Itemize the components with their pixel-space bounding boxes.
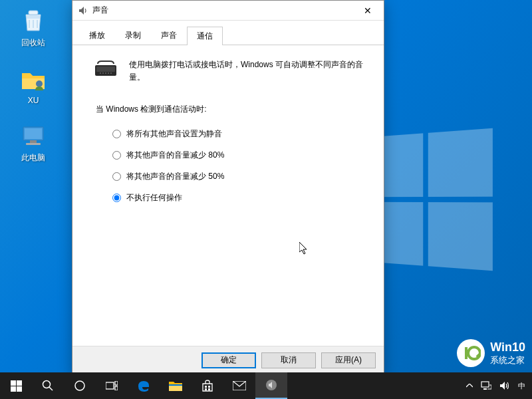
svg-rect-25: [169, 384, 182, 386]
svg-point-11: [108, 72, 109, 74]
tab-sounds[interactable]: 声音: [151, 26, 187, 45]
radio-reduce-80[interactable]: 将其他声音的音量减少 80%: [112, 150, 364, 161]
radio-input[interactable]: [112, 194, 121, 202]
svg-rect-26: [205, 386, 207, 388]
radio-reduce-50[interactable]: 将其他声音的音量减少 50%: [112, 171, 364, 182]
radio-input[interactable]: [112, 172, 121, 181]
svg-rect-33: [483, 388, 487, 390]
svg-rect-5: [26, 143, 41, 145]
tab-content: 使用电脑拨打电话或接电话时，Windows 可自动调整不同声音的音量。 当 Wi…: [72, 45, 384, 217]
file-explorer-button[interactable]: [160, 372, 192, 399]
taskbar: 中: [0, 372, 532, 399]
system-tray: 中: [462, 372, 532, 399]
svg-rect-4: [30, 140, 37, 143]
svg-point-12: [110, 72, 112, 74]
dialog-tabs: 播放 录制 声音 通信: [72, 21, 384, 45]
radio-mute-all[interactable]: 将所有其他声音设置为静音: [112, 128, 364, 140]
radio-input[interactable]: [112, 130, 121, 138]
desktop-icons-area: 回收站 XU 此电脑: [10, 7, 57, 164]
mail-button[interactable]: [223, 372, 255, 399]
recycle-bin-icon[interactable]: 回收站: [10, 7, 57, 49]
radio-group: 将所有其他声音设置为静音 将其他声音的音量减少 80% 将其他声音的音量减少 5…: [112, 128, 364, 203]
tray-volume-icon[interactable]: [495, 372, 514, 399]
tab-communications[interactable]: 通信: [187, 27, 223, 45]
svg-rect-32: [481, 382, 489, 387]
svg-point-9: [102, 72, 104, 74]
svg-point-8: [100, 72, 101, 74]
tab-playback[interactable]: 播放: [79, 26, 115, 45]
cortana-button[interactable]: [64, 372, 96, 399]
this-pc-icon[interactable]: 此电脑: [10, 122, 57, 164]
sound-settings-button[interactable]: [255, 372, 287, 399]
svg-rect-27: [208, 386, 210, 388]
svg-rect-7: [96, 66, 115, 72]
tab-recording[interactable]: 录制: [115, 26, 151, 45]
watermark: Win10 系统之家: [457, 339, 525, 367]
svg-point-18: [43, 381, 51, 388]
svg-point-1: [36, 80, 43, 87]
cancel-button[interactable]: 取消: [261, 352, 316, 368]
svg-rect-0: [29, 11, 38, 15]
store-button[interactable]: [192, 372, 223, 399]
svg-rect-16: [11, 386, 16, 392]
task-view-button[interactable]: [96, 372, 128, 399]
radio-input[interactable]: [112, 151, 121, 160]
icon-label: 此电脑: [21, 152, 45, 164]
ok-button[interactable]: 确定: [201, 352, 256, 368]
icon-label: 回收站: [21, 37, 45, 49]
svg-rect-21: [106, 382, 114, 389]
sound-app-icon: [78, 5, 88, 16]
search-button[interactable]: [32, 372, 64, 399]
apply-button[interactable]: 应用(A): [321, 352, 376, 368]
tray-network-icon[interactable]: [477, 372, 495, 399]
svg-rect-14: [11, 380, 16, 386]
dialog-title: 声音: [92, 5, 352, 16]
windows-logo-background: [367, 128, 493, 271]
section-label: 当 Windows 检测到通信活动时:: [96, 104, 364, 115]
svg-point-10: [105, 72, 106, 74]
tray-ime-icon[interactable]: 中: [514, 372, 529, 399]
svg-line-19: [49, 387, 53, 390]
svg-rect-22: [115, 381, 118, 385]
edge-button[interactable]: [128, 372, 160, 399]
close-button[interactable]: ✕: [352, 1, 382, 21]
radio-do-nothing[interactable]: 不执行任何操作: [112, 192, 364, 203]
watermark-line2: 系统之家: [490, 354, 525, 366]
watermark-line1: Win10: [490, 340, 525, 354]
svg-point-20: [75, 381, 84, 390]
svg-rect-28: [205, 388, 207, 390]
sound-dialog: 声音 ✕ 播放 录制 声音 通信 使用电脑拨打电话或接电话时，Windows 可…: [72, 0, 384, 374]
dialog-titlebar[interactable]: 声音 ✕: [72, 1, 384, 21]
user-folder-icon[interactable]: XU: [10, 65, 57, 105]
start-button[interactable]: [0, 372, 32, 399]
info-text: 使用电脑拨打电话或接电话时，Windows 可自动调整不同声音的音量。: [129, 59, 364, 84]
svg-rect-17: [17, 386, 22, 392]
svg-rect-23: [115, 386, 118, 390]
svg-rect-3: [25, 128, 42, 139]
watermark-logo: [457, 339, 485, 367]
tray-chevron-icon[interactable]: [462, 372, 477, 399]
icon-label: XU: [28, 96, 39, 105]
svg-rect-29: [208, 388, 210, 390]
phone-device-icon: [92, 59, 119, 78]
svg-rect-15: [17, 380, 22, 386]
dialog-button-row: 确定 取消 应用(A): [72, 346, 384, 374]
